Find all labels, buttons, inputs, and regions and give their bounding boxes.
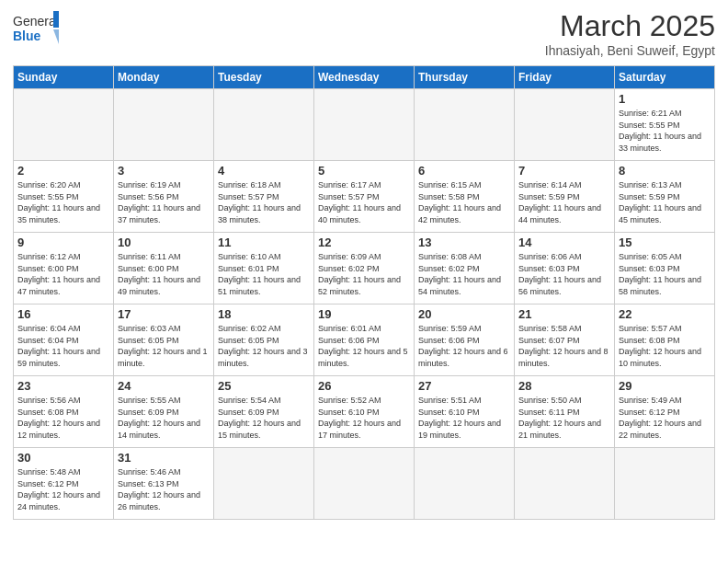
- calendar-cell: 10Sunrise: 6:11 AM Sunset: 6:00 PM Dayli…: [114, 233, 214, 304]
- day-info: Sunrise: 5:55 AM Sunset: 6:09 PM Dayligh…: [118, 395, 210, 441]
- day-info: Sunrise: 5:46 AM Sunset: 6:13 PM Dayligh…: [118, 466, 210, 512]
- day-info: Sunrise: 5:59 AM Sunset: 6:06 PM Dayligh…: [418, 323, 510, 369]
- day-number: 30: [17, 451, 109, 465]
- day-number: 23: [17, 379, 109, 393]
- calendar-cell: 9Sunrise: 6:12 AM Sunset: 6:00 PM Daylig…: [14, 233, 114, 304]
- day-number: 17: [118, 307, 210, 321]
- weekday-header-sunday: Sunday: [14, 66, 114, 89]
- day-info: Sunrise: 5:52 AM Sunset: 6:10 PM Dayligh…: [318, 395, 410, 441]
- day-number: 27: [418, 379, 510, 393]
- svg-text:General: General: [13, 14, 59, 29]
- day-info: Sunrise: 6:05 AM Sunset: 6:03 PM Dayligh…: [619, 251, 711, 297]
- day-number: 12: [318, 236, 410, 249]
- week-row-1: 1Sunrise: 6:21 AM Sunset: 5:55 PM Daylig…: [14, 89, 715, 161]
- day-number: 5: [318, 164, 410, 178]
- calendar-cell: 14Sunrise: 6:06 AM Sunset: 6:03 PM Dayli…: [515, 233, 615, 304]
- day-info: Sunrise: 5:54 AM Sunset: 6:09 PM Dayligh…: [218, 395, 310, 441]
- calendar-cell: 18Sunrise: 6:02 AM Sunset: 6:05 PM Dayli…: [214, 304, 314, 376]
- week-row-3: 9Sunrise: 6:12 AM Sunset: 6:00 PM Daylig…: [14, 233, 715, 304]
- day-number: 26: [318, 379, 410, 393]
- day-info: Sunrise: 5:51 AM Sunset: 6:10 PM Dayligh…: [418, 395, 510, 441]
- title-block: March 2025 Ihnasiyah, Beni Suweif, Egypt: [545, 9, 715, 58]
- day-number: 11: [218, 236, 310, 249]
- weekday-header-friday: Friday: [515, 66, 615, 89]
- day-info: Sunrise: 5:50 AM Sunset: 6:11 PM Dayligh…: [518, 395, 610, 441]
- calendar-cell: 23Sunrise: 5:56 AM Sunset: 6:08 PM Dayli…: [14, 376, 114, 448]
- day-number: 28: [518, 379, 610, 393]
- day-info: Sunrise: 6:17 AM Sunset: 5:57 PM Dayligh…: [318, 179, 410, 225]
- day-number: 3: [118, 164, 210, 178]
- weekday-header-tuesday: Tuesday: [214, 66, 314, 89]
- day-number: 15: [619, 236, 711, 249]
- calendar-cell: 27Sunrise: 5:51 AM Sunset: 6:10 PM Dayli…: [415, 376, 515, 448]
- day-number: 20: [418, 307, 510, 321]
- calendar-cell: [415, 89, 515, 161]
- calendar-cell: [314, 89, 415, 161]
- weekday-header-monday: Monday: [114, 66, 214, 89]
- day-info: Sunrise: 5:48 AM Sunset: 6:12 PM Dayligh…: [17, 466, 109, 512]
- day-number: 16: [17, 307, 109, 321]
- day-number: 2: [17, 164, 109, 178]
- day-info: Sunrise: 6:20 AM Sunset: 5:55 PM Dayligh…: [17, 179, 109, 225]
- day-number: 31: [118, 451, 210, 465]
- calendar-cell: 6Sunrise: 6:15 AM Sunset: 5:58 PM Daylig…: [415, 161, 515, 233]
- day-number: 24: [118, 379, 210, 393]
- calendar-cell: [314, 448, 415, 520]
- day-number: 7: [518, 164, 610, 178]
- week-row-6: 30Sunrise: 5:48 AM Sunset: 6:12 PM Dayli…: [14, 448, 715, 520]
- calendar-cell: 19Sunrise: 6:01 AM Sunset: 6:06 PM Dayli…: [314, 304, 415, 376]
- week-row-2: 2Sunrise: 6:20 AM Sunset: 5:55 PM Daylig…: [14, 161, 715, 233]
- day-number: 18: [218, 307, 310, 321]
- calendar-cell: 29Sunrise: 5:49 AM Sunset: 6:12 PM Dayli…: [615, 376, 715, 448]
- logo: General Blue: [13, 9, 59, 46]
- calendar-cell: 1Sunrise: 6:21 AM Sunset: 5:55 PM Daylig…: [615, 89, 715, 161]
- calendar: SundayMondayTuesdayWednesdayThursdayFrid…: [13, 65, 715, 520]
- calendar-cell: 12Sunrise: 6:09 AM Sunset: 6:02 PM Dayli…: [314, 233, 415, 304]
- calendar-cell: 13Sunrise: 6:08 AM Sunset: 6:02 PM Dayli…: [415, 233, 515, 304]
- svg-text:Blue: Blue: [13, 29, 41, 43]
- svg-marker-2: [53, 11, 59, 28]
- calendar-cell: 8Sunrise: 6:13 AM Sunset: 5:59 PM Daylig…: [615, 161, 715, 233]
- header: General Blue March 2025 Ihnasiyah, Beni …: [13, 9, 715, 58]
- day-info: Sunrise: 6:18 AM Sunset: 5:57 PM Dayligh…: [218, 179, 310, 225]
- weekday-header-row: SundayMondayTuesdayWednesdayThursdayFrid…: [14, 66, 715, 89]
- calendar-cell: 21Sunrise: 5:58 AM Sunset: 6:07 PM Dayli…: [515, 304, 615, 376]
- day-info: Sunrise: 6:19 AM Sunset: 5:56 PM Dayligh…: [118, 179, 210, 225]
- day-number: 29: [619, 379, 711, 393]
- day-info: Sunrise: 6:14 AM Sunset: 5:59 PM Dayligh…: [518, 179, 610, 225]
- calendar-cell: 7Sunrise: 6:14 AM Sunset: 5:59 PM Daylig…: [515, 161, 615, 233]
- day-number: 22: [619, 307, 711, 321]
- day-info: Sunrise: 6:03 AM Sunset: 6:05 PM Dayligh…: [118, 323, 210, 369]
- calendar-cell: 30Sunrise: 5:48 AM Sunset: 6:12 PM Dayli…: [14, 448, 114, 520]
- calendar-cell: [615, 448, 715, 520]
- calendar-cell: 26Sunrise: 5:52 AM Sunset: 6:10 PM Dayli…: [314, 376, 415, 448]
- day-number: 1: [619, 92, 711, 106]
- calendar-cell: [415, 448, 515, 520]
- calendar-cell: [114, 89, 214, 161]
- day-number: 6: [418, 164, 510, 178]
- week-row-5: 23Sunrise: 5:56 AM Sunset: 6:08 PM Dayli…: [14, 376, 715, 448]
- day-number: 8: [619, 164, 711, 178]
- svg-marker-3: [53, 29, 59, 44]
- weekday-header-saturday: Saturday: [615, 66, 715, 89]
- day-number: 9: [17, 236, 109, 249]
- day-info: Sunrise: 6:01 AM Sunset: 6:06 PM Dayligh…: [318, 323, 410, 369]
- day-number: 4: [218, 164, 310, 178]
- day-number: 19: [318, 307, 410, 321]
- calendar-cell: 2Sunrise: 6:20 AM Sunset: 5:55 PM Daylig…: [14, 161, 114, 233]
- day-info: Sunrise: 6:10 AM Sunset: 6:01 PM Dayligh…: [218, 251, 310, 297]
- calendar-cell: 25Sunrise: 5:54 AM Sunset: 6:09 PM Dayli…: [214, 376, 314, 448]
- day-number: 25: [218, 379, 310, 393]
- day-number: 14: [518, 236, 610, 249]
- calendar-cell: [214, 89, 314, 161]
- weekday-header-thursday: Thursday: [415, 66, 515, 89]
- day-info: Sunrise: 6:06 AM Sunset: 6:03 PM Dayligh…: [518, 251, 610, 297]
- calendar-cell: 22Sunrise: 5:57 AM Sunset: 6:08 PM Dayli…: [615, 304, 715, 376]
- day-info: Sunrise: 5:56 AM Sunset: 6:08 PM Dayligh…: [17, 395, 109, 441]
- calendar-cell: 3Sunrise: 6:19 AM Sunset: 5:56 PM Daylig…: [114, 161, 214, 233]
- calendar-cell: [515, 89, 615, 161]
- calendar-cell: 16Sunrise: 6:04 AM Sunset: 6:04 PM Dayli…: [14, 304, 114, 376]
- month-title: March 2025: [545, 9, 715, 43]
- day-info: Sunrise: 6:09 AM Sunset: 6:02 PM Dayligh…: [318, 251, 410, 297]
- day-number: 10: [118, 236, 210, 249]
